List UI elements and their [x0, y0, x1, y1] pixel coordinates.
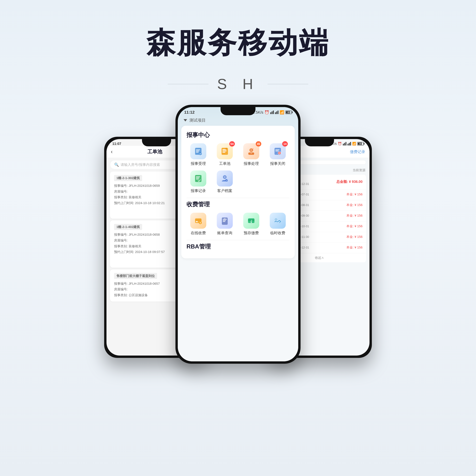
baoshi-grid: 报事受理 [187, 143, 289, 166]
center-signal2 [275, 111, 278, 114]
fee-dec-amount: 本金: ¥ 156 [346, 245, 362, 250]
icon-item-jilu[interactable]: 报事记录 [187, 170, 210, 193]
svg-text:¥: ¥ [224, 218, 225, 220]
card3-location: 售楼部门前大棚子遮盖到位 [114, 273, 157, 279]
section-divider-2 [187, 240, 289, 240]
card2-location: 1幢-2-1-402建筑 [114, 224, 142, 230]
center-status-time: 11:12 [184, 110, 195, 115]
icon-item-dangan[interactable]: 客户档案 [213, 170, 237, 193]
svg-point-4 [199, 152, 202, 155]
notch-right [305, 139, 334, 146]
fee-grid: ¥ 在线收费 [187, 213, 289, 236]
placeholder-1 [239, 170, 263, 193]
right-battery: 65 [357, 142, 364, 145]
center-wifi-icon: 📶 [280, 110, 284, 115]
svg-rect-7 [222, 151, 226, 151]
baoshi-sheli-icon [190, 143, 206, 159]
icon-wrapper-jilu [190, 170, 206, 187]
svg-text:¥: ¥ [275, 219, 276, 221]
svg-rect-31 [223, 221, 225, 222]
placeholder-2 [266, 170, 289, 193]
dangan-icon [217, 170, 233, 187]
svg-rect-2 [196, 151, 199, 151]
section-title-rba: RBA管理 [187, 242, 289, 251]
jilu-label: 报事记录 [191, 188, 206, 193]
icon-wrapper-prepay: ¥ [243, 213, 259, 229]
icon-wrapper-baoshi-sheli [190, 143, 206, 159]
svg-rect-30 [223, 220, 226, 221]
card1-location: 1幢-2-1-302建筑 [114, 175, 142, 181]
icon-wrapper-bill: ¥ [217, 213, 233, 229]
prepay-label: 预存缴费 [244, 230, 259, 236]
icon-item-guanbi[interactable]: 14 报事关闭 [266, 143, 289, 166]
svg-rect-1 [196, 150, 200, 150]
icon-item-chuli[interactable]: 45 报事处理 [239, 143, 263, 166]
svg-text:¥: ¥ [200, 221, 201, 224]
svg-rect-13 [275, 150, 279, 150]
icon-item-gongdan[interactable]: 54 工单池 [213, 143, 237, 166]
right-wifi-icon: 📶 [352, 142, 356, 146]
svg-point-21 [224, 176, 226, 178]
bar-r1 [343, 144, 344, 145]
right-clock-icon: ⏰ [338, 142, 342, 146]
bar-r6 [350, 142, 351, 145]
svg-rect-24 [195, 220, 202, 221]
icon-item-baoshi-sheli[interactable]: 报事受理 [187, 143, 210, 166]
fee-oct-amount: 本金: ¥ 156 [346, 224, 362, 228]
right-battery-label: 65 [359, 143, 362, 145]
gongdan-badge: 54 [229, 141, 235, 147]
bar-c3 [273, 111, 274, 114]
bar-r5 [349, 143, 350, 145]
right-signal2 [348, 142, 351, 145]
svg-rect-19 [196, 179, 199, 179]
icon-item-temp-fee[interactable]: ¥ 临时收费 [266, 213, 289, 236]
bar-c1 [270, 112, 271, 114]
phone-center-screen: 11:12 11.5K/s ⏰ [178, 107, 298, 361]
baoshi-sheli-label: 报事受理 [191, 161, 206, 166]
bar-r4 [348, 144, 348, 145]
icon-item-prepay[interactable]: ¥ 预存缴费 [239, 213, 263, 236]
icon-wrapper-dangan [217, 170, 233, 187]
center-phone-content: 11:12 11.5K/s ⏰ [178, 107, 298, 361]
fee-jul-amount: 本金: ¥ 156 [346, 192, 362, 197]
center-main-card: 报事中心 [181, 126, 295, 258]
center-signal [270, 111, 274, 114]
svg-text:¥: ¥ [251, 221, 252, 224]
center-status-right: 11.5K/s ⏰ 📶 [251, 110, 292, 115]
icon-item-online-fee[interactable]: ¥ 在线收费 [187, 213, 210, 236]
jilu-icon [190, 170, 206, 187]
search-placeholder: 请输入房号/报事内容搜索 [120, 162, 160, 167]
online-fee-icon: ¥ [190, 213, 206, 229]
sh-text: S H [217, 76, 259, 92]
notch-left [142, 139, 171, 146]
icon-wrapper-temp-fee: ¥ [270, 213, 286, 229]
center-clock-icon: ⏰ [264, 110, 269, 115]
right-header-link[interactable]: 缴费记录 [350, 149, 365, 154]
sh-row: S H [0, 76, 476, 92]
bill-label: 账单查询 [217, 230, 232, 236]
notch-center [221, 107, 255, 115]
bar-c2 [272, 111, 272, 114]
bar-c5 [276, 111, 277, 114]
center-top-bar[interactable]: 测试项目 [178, 115, 298, 124]
sh-line-right [268, 84, 308, 84]
icon-wrapper-online-fee: ¥ [190, 213, 206, 229]
fee-header-resource: 当前资源 [353, 168, 365, 172]
section-title-shoufei: 收费管理 [187, 200, 289, 208]
back-arrow-icon[interactable]: ‹ [111, 149, 113, 155]
guanbi-badge: 14 [282, 141, 288, 147]
svg-rect-14 [275, 151, 279, 151]
sh-line-left [168, 84, 208, 84]
left-status-time: 11:07 [112, 142, 121, 146]
right-signal [343, 142, 346, 145]
icon-item-bill[interactable]: ¥ 账单查询 [213, 213, 237, 236]
search-icon: 🔍 [114, 163, 119, 167]
baoshi-grid-2: 报事记录 [187, 170, 289, 193]
gongdan-label: 工单池 [219, 161, 230, 166]
temp-fee-icon: ¥ [270, 213, 286, 229]
section-title-baoshi: 报事中心 [187, 131, 289, 139]
icon-wrapper-chuli: 45 [243, 143, 259, 159]
section-divider-1 [187, 198, 289, 198]
svg-point-11 [250, 149, 252, 151]
fee-aug-amount: 本金: ¥ 156 [346, 203, 362, 207]
